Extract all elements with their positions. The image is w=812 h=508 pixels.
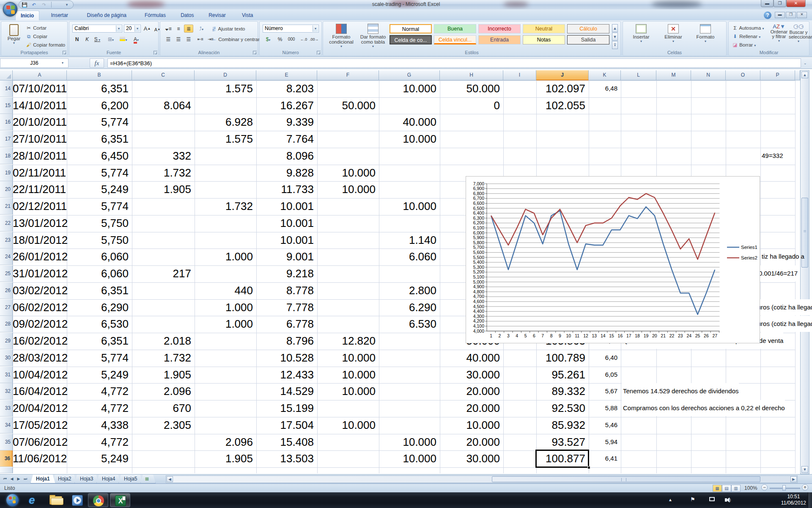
horizontal-scrollbar[interactable]: ◀ ▶ xyxy=(166,475,798,483)
cell-H15[interactable]: 0 xyxy=(440,97,500,113)
chart-canvas[interactable]: 4,0004,1004,2004,3004,4004,5004,6004,700… xyxy=(466,177,760,343)
cell-C32[interactable]: 2.096 xyxy=(132,383,191,399)
cell-A24[interactable]: 26/01/2012 xyxy=(13,248,63,265)
cell-C29[interactable]: 2.018 xyxy=(132,333,191,349)
autosum-button[interactable]: Σ Autosuma ▾ xyxy=(732,24,764,32)
cell-L32-comment[interactable]: Tenemos 14.529 derechos de dividendos xyxy=(622,383,739,399)
workbook-minimize-button[interactable]: ▬ xyxy=(775,12,785,18)
column-header-A[interactable]: A xyxy=(13,70,67,80)
cell-D28[interactable]: 1.000 xyxy=(195,316,253,332)
cell-E32[interactable]: 14.529 xyxy=(256,383,314,399)
wrap-text-button[interactable]: ⭿ Ajustar texto xyxy=(211,25,245,33)
internet-explorer-icon[interactable]: e xyxy=(25,493,45,507)
underline-button[interactable]: S ▾ xyxy=(93,35,102,43)
cell-A36[interactable]: 11/06/2012 xyxy=(13,450,63,467)
cell-G23[interactable]: 1.140 xyxy=(379,232,436,248)
cell-B32[interactable]: 4,772 xyxy=(67,383,129,399)
format-cells-button[interactable]: Formato▾ xyxy=(690,23,721,50)
row-header-15[interactable]: 15 xyxy=(0,97,13,114)
cell-C33[interactable]: 670 xyxy=(132,400,191,416)
row-header-18[interactable]: 18 xyxy=(0,148,13,164)
find-select-button[interactable]: ⚆⚆ Buscar y seleccionar▾ xyxy=(789,23,808,50)
cell-E33[interactable]: 15.199 xyxy=(256,400,314,416)
cell-D14[interactable]: 1.575 xyxy=(195,80,253,97)
styles-scroll-down[interactable]: ▼ xyxy=(612,33,618,41)
clipboard-dialog-launcher[interactable] xyxy=(63,51,66,55)
orientation-button[interactable]: ⤴▾ xyxy=(197,25,206,33)
sheet-tab-hoja3[interactable]: Hoja3 xyxy=(74,475,99,483)
insert-cells-button[interactable]: Insertar▾ xyxy=(625,23,657,50)
column-header-C[interactable]: C xyxy=(132,70,195,80)
column-header-M[interactable]: M xyxy=(656,70,691,80)
cell-style-buena[interactable]: Buena xyxy=(434,24,476,33)
cell-K31[interactable]: 6,05 xyxy=(589,367,617,383)
next-sheet-button[interactable]: ▶ xyxy=(15,476,22,483)
cell-K30[interactable]: 6,40 xyxy=(589,350,617,366)
scroll-down-button[interactable]: ▼ xyxy=(801,466,808,473)
cell-A19[interactable]: 02/11/2011 xyxy=(13,165,63,181)
italic-button[interactable]: K xyxy=(82,35,92,43)
volume-icon[interactable]: ) xyxy=(725,496,731,502)
cell-D16[interactable]: 6.928 xyxy=(195,114,253,130)
page-layout-view-button[interactable]: ▤ xyxy=(722,485,731,492)
cell-E26[interactable]: 8.778 xyxy=(256,282,314,298)
cell-E18[interactable]: 8.096 xyxy=(256,148,314,164)
expand-formula-bar-icon[interactable]: ⌄ xyxy=(804,61,807,65)
row-header-25[interactable]: 25 xyxy=(0,265,13,282)
cell-A26[interactable]: 03/02/2012 xyxy=(13,282,63,298)
ribbon-tab-datos[interactable]: Datos xyxy=(176,11,199,20)
cell-A33[interactable]: 20/04/2012 xyxy=(13,400,63,416)
cell-A31[interactable]: 10/04/2012 xyxy=(13,367,63,383)
cell-E36[interactable]: 13.503 xyxy=(256,450,314,467)
cell-F31[interactable]: 10.000 xyxy=(317,367,376,383)
comma-style-button[interactable]: 000 xyxy=(285,35,297,43)
row-header-24[interactable]: 24 xyxy=(0,248,13,265)
cell-style-celda-vincul-[interactable]: Celda vincul... xyxy=(434,35,476,44)
cell-A34[interactable]: 17/05/2012 xyxy=(13,417,63,433)
name-box-dropdown-icon[interactable]: ▾ xyxy=(62,61,63,65)
minimize-button[interactable]: ▬ xyxy=(761,0,774,7)
cell-style-salida[interactable]: Salida xyxy=(567,35,609,44)
row-header-22[interactable]: 22 xyxy=(0,215,13,232)
cell-H35[interactable]: 20.000 xyxy=(440,434,500,450)
cell-B34[interactable]: 4,338 xyxy=(67,417,129,433)
cell-style-incorrecto[interactable]: Incorrecto xyxy=(478,24,521,33)
column-header-G[interactable]: G xyxy=(379,70,440,80)
font-color-button[interactable]: A▾ xyxy=(132,35,141,43)
cell-A16[interactable]: 20/10/2011 xyxy=(13,114,63,130)
cell-J14[interactable]: 102.097 xyxy=(536,80,585,97)
cell-C34[interactable]: 2.305 xyxy=(132,417,191,433)
cell-C19[interactable]: 1.732 xyxy=(132,165,191,181)
row-header-17[interactable]: 17 xyxy=(0,131,13,147)
fill-color-button[interactable]: ▾ xyxy=(119,35,128,43)
maximize-button[interactable]: ❐ xyxy=(774,0,786,7)
cell-A20[interactable]: 22/11/2011 xyxy=(13,181,63,197)
cell-C18[interactable]: 332 xyxy=(132,148,191,164)
cell-D21[interactable]: 1.732 xyxy=(195,198,253,214)
decrease-decimal-button[interactable]: .00→ xyxy=(309,35,318,43)
cell-B30[interactable]: 5,774 xyxy=(67,350,129,366)
cell-G36[interactable]: 10.000 xyxy=(379,450,436,467)
cell-style-neutral[interactable]: Neutral xyxy=(523,24,565,33)
delete-cells-button[interactable]: ✕ Eliminar▾ xyxy=(658,23,689,50)
cell-B14[interactable]: 6,351 xyxy=(67,80,129,97)
cell-F15[interactable]: 50.000 xyxy=(317,97,376,113)
excel-taskbar-icon[interactable]: X xyxy=(110,493,130,507)
cell-B29[interactable]: 6,351 xyxy=(67,333,129,349)
align-middle-button[interactable]: ≡ xyxy=(174,25,183,33)
merge-center-button[interactable]: ⇔ Combinar y centrar ▾ xyxy=(211,36,263,44)
cell-C25[interactable]: 217 xyxy=(132,265,191,282)
taskbar-clock[interactable]: 10:51 11/06/2012 xyxy=(781,494,806,506)
cell-B31[interactable]: 5,249 xyxy=(67,367,129,383)
save-button[interactable]: 💾 xyxy=(21,2,28,8)
column-header-J[interactable]: J xyxy=(536,70,589,80)
row-header-26[interactable]: 26 xyxy=(0,282,13,299)
cell-D26[interactable]: 440 xyxy=(195,282,253,298)
cell-B26[interactable]: 6,351 xyxy=(67,282,129,298)
cell-J30[interactable]: 100.789 xyxy=(536,350,585,366)
align-right-button[interactable]: ☰ xyxy=(184,35,193,43)
chrome-icon[interactable] xyxy=(88,493,108,507)
scroll-up-button[interactable]: ▲ xyxy=(801,72,808,78)
cell-A21[interactable]: 02/12/2011 xyxy=(13,198,63,214)
cell-D36[interactable]: 1.905 xyxy=(195,450,253,467)
